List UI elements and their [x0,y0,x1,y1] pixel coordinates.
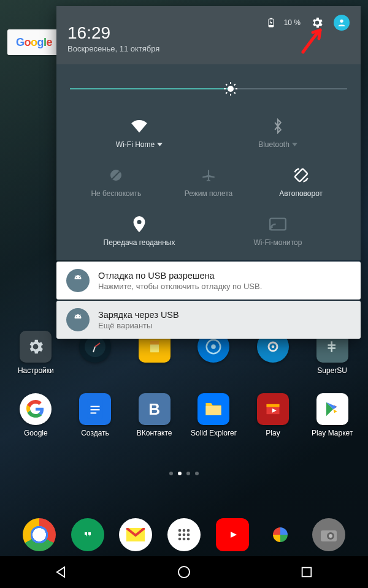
dock-app-hangouts[interactable] [71,518,104,551]
svg-point-50 [76,316,77,317]
qs-label: Автоповорот [279,189,323,198]
svg-line-41 [226,92,227,94]
app-label: Solid Explorer [191,429,237,437]
svg-line-39 [226,84,227,85]
svg-point-34 [228,86,234,92]
quick-settings-panel: Wi-Fi Home Bluetooth Не беспокоить Режим… [56,64,361,260]
svg-rect-12 [266,404,279,407]
qs-tile-cast[interactable]: Wi-Fi-монитор [209,215,347,247]
svg-rect-2 [150,341,159,345]
svg-point-21 [178,538,182,541]
nav-back-icon[interactable] [53,564,69,580]
app-vk[interactable]: BВКонтакте [125,393,184,437]
svg-rect-31 [270,18,272,19]
settings-gear-icon[interactable] [310,16,324,29]
svg-rect-8 [91,406,100,407]
app-grid: Настройки SuperSU Google Создать BВКонта… [0,331,368,437]
qs-label: Wi-Fi-монитор [254,238,302,247]
qs-label: Режим полета [185,189,233,198]
bluetooth-icon [272,117,283,135]
qs-tile-airplane[interactable]: Режим полета [163,166,255,198]
app-docs[interactable]: Создать [66,393,125,437]
svg-point-22 [183,538,186,541]
app-play-movies[interactable]: Play [243,393,303,437]
svg-point-28 [178,567,190,578]
qs-tile-rotate[interactable]: Автоповорот [255,166,347,198]
google-logo: Google [16,36,52,49]
svg-point-48 [76,277,77,278]
svg-rect-9 [91,409,100,410]
battery-icon [268,18,274,28]
notification-message: Нажмите, чтобы отключить отладку по USB. [98,282,262,291]
svg-point-27 [329,534,332,538]
shade-time: 16:29 [67,23,350,43]
svg-rect-29 [302,568,312,577]
notification-message: Ещё варианты [98,321,179,330]
shade-date: Воскресенье, 11 октября [67,44,350,53]
dock-app-chrome[interactable] [23,518,56,551]
brightness-thumb-icon[interactable] [223,81,238,96]
battery-percent: 10 % [284,18,301,27]
location-icon [133,215,145,233]
svg-point-18 [178,533,182,537]
qs-label: Wi-Fi Home [116,140,155,149]
app-label: Google [24,429,48,437]
dock-app-camera[interactable] [312,518,345,551]
svg-point-20 [187,533,190,537]
rotate-icon [293,166,310,184]
shade-header: 10 % 16:29 Воскресенье, 11 октября [56,6,361,64]
qs-tile-wifi[interactable]: Wi-Fi Home [70,117,209,149]
svg-point-19 [183,533,186,537]
dock [0,518,368,551]
nav-recent-icon[interactable] [299,564,315,580]
app-label: SuperSU [317,366,347,375]
svg-point-4 [212,344,217,349]
qs-tile-bluetooth[interactable]: Bluetooth [209,117,347,149]
app-play-store[interactable]: Play Маркет [302,393,362,437]
app-google[interactable]: Google [6,393,66,437]
chevron-down-icon [292,143,297,146]
svg-point-16 [183,529,186,532]
brightness-slider[interactable] [70,81,347,96]
svg-point-33 [340,20,343,23]
app-label: ВКонтакте [137,429,172,437]
dock-app-photos[interactable] [264,518,297,551]
page-indicator [0,472,368,475]
notification-title: Зарядка через USB [98,310,179,320]
svg-point-17 [187,529,190,532]
android-icon [66,269,90,292]
app-label: Создать [81,429,109,437]
app-label: Play Маркет [312,429,353,437]
chevron-down-icon [157,143,163,146]
qs-label: Передача геоданных [104,238,175,247]
wifi-icon [131,117,148,135]
nav-home-icon[interactable] [176,564,192,580]
svg-point-23 [187,538,190,541]
notification-title: Отладка по USB разрешена [98,271,262,281]
airplane-icon [201,166,217,184]
user-avatar-icon[interactable] [334,15,350,31]
app-label: Play [266,429,280,437]
notification-usb-debugging[interactable]: Отладка по USB разрешена Нажмите, чтобы … [56,262,361,300]
qs-tile-location[interactable]: Передача геоданных [70,215,209,247]
android-icon [66,308,90,331]
dock-app-drawer[interactable] [167,518,201,551]
svg-rect-46 [270,219,286,230]
svg-point-15 [178,529,182,532]
dock-app-gmail[interactable] [119,518,152,551]
svg-point-47 [270,228,272,230]
notification-shade: 10 % 16:29 Воскресенье, 11 октября Wi-Fi… [56,6,361,339]
svg-line-40 [234,92,236,94]
svg-point-51 [79,316,80,317]
app-label: Настройки [18,366,54,375]
svg-rect-10 [91,412,97,413]
app-solid-explorer[interactable]: Solid Explorer [184,393,243,437]
navigation-bar [0,556,368,588]
dnd-icon [109,166,123,184]
qs-label: Не беспокоить [91,189,141,198]
svg-line-42 [234,84,236,85]
notification-usb-charging[interactable]: Зарядка через USB Ещё варианты [56,301,361,339]
svg-rect-32 [269,25,274,27]
dock-app-youtube[interactable] [216,518,249,551]
qs-tile-dnd[interactable]: Не беспокоить [70,166,163,198]
